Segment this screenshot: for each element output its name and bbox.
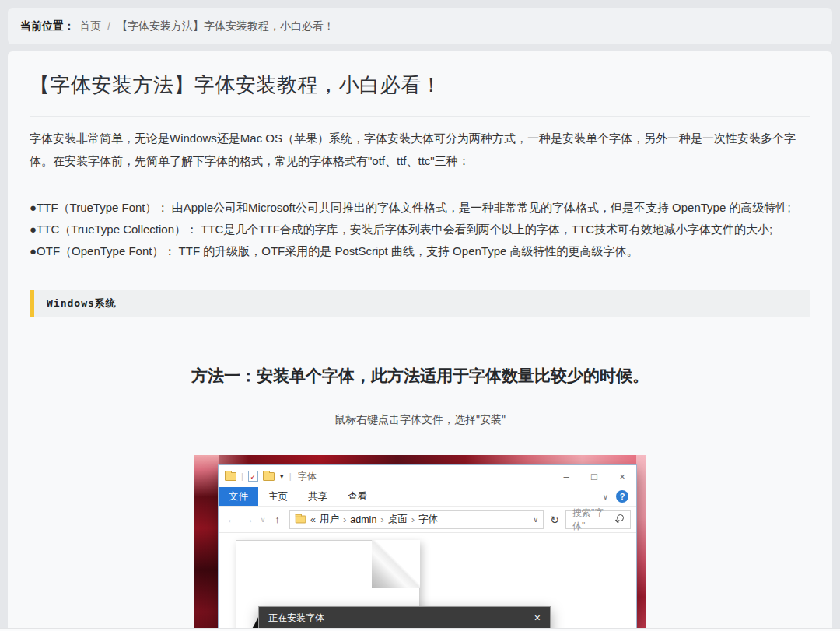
path-prefix: « <box>310 514 316 525</box>
path-segment-users: 用户 <box>320 513 339 526</box>
address-box: « 用户 › admin › 桌面 › 字体 ∨ <box>289 510 544 529</box>
section-header-windows: Windows系统 <box>30 290 810 317</box>
toolbar-separator: | <box>289 471 292 481</box>
folder-icon <box>296 516 306 524</box>
dialog-title: 正在安装字体 <box>268 612 324 625</box>
explorer-menubar: 文件 主页 共享 查看 ∨ ? <box>219 487 636 507</box>
page-title: 【字体安装方法】字体安装教程，小白必看！ <box>30 72 810 99</box>
explorer-titlebar: | ✓ ▼ | 字体 – □ × <box>219 465 636 487</box>
method-subtitle: 鼠标右键点击字体文件，选择"安装" <box>30 413 810 427</box>
minimize-icon: – <box>552 465 580 487</box>
window-title: 字体 <box>298 470 317 483</box>
page-fold-corner <box>372 540 420 588</box>
toolbar-separator: | <box>241 471 243 481</box>
close-icon: × <box>608 465 636 487</box>
section-accent-bar <box>30 290 34 317</box>
forward-icon: → <box>241 514 256 525</box>
search-icon <box>614 514 624 524</box>
tab-view: 查看 <box>338 487 377 506</box>
path-separator-icon: › <box>380 514 383 525</box>
breadcrumb-label: 当前位置： <box>20 19 75 33</box>
bullet-ttf: ●TTF（TrueType Font）： 由Apple公司和Microsoft公… <box>30 197 810 219</box>
address-dropdown-icon: ∨ <box>533 516 538 524</box>
viewport-bottom-strip <box>0 628 840 631</box>
path-segment-admin: admin <box>350 514 376 525</box>
maximize-icon: □ <box>580 465 608 487</box>
menubar-right: ∨ ? <box>603 487 636 506</box>
method-title: 方法一：安装单个字体，此方法适用于字体数量比较少的时候。 <box>30 365 810 387</box>
wallpaper-right-strip <box>636 455 646 631</box>
help-icon: ? <box>616 490 628 503</box>
refresh-icon: ↻ <box>546 514 563 526</box>
up-icon: ↑ <box>270 514 285 525</box>
back-icon: ← <box>224 514 239 525</box>
format-bullet-list: ●TTF（TrueType Font）： 由Apple公司和Microsoft公… <box>30 197 810 262</box>
history-chevron-icon: ∨ <box>258 516 268 524</box>
tab-share: 共享 <box>298 487 338 506</box>
title-divider <box>30 116 810 117</box>
section-header-label: Windows系统 <box>47 296 117 310</box>
path-separator-icon: › <box>411 514 415 525</box>
folder-icon <box>225 472 236 481</box>
bullet-ttc: ●TTC（TrueType Collection）： TTC是几个TTF合成的字… <box>30 219 810 240</box>
article-card: 【字体安装方法】字体安装教程，小白必看！ 字体安装非常简单，无论是Windows… <box>8 51 832 631</box>
breadcrumb-separator: / <box>107 20 110 33</box>
path-segment-desktop: 桌面 <box>388 513 408 526</box>
search-placeholder: 搜索"字体" <box>572 507 614 533</box>
quick-access-caret-icon: ▼ <box>279 474 285 479</box>
path-segment-fonts: 字体 <box>418 513 438 526</box>
tab-file: 文件 <box>219 487 258 506</box>
dialog-close-icon: × <box>534 612 541 624</box>
path-separator-icon: › <box>343 514 346 525</box>
breadcrumb-current: 【字体安装方法】字体安装教程，小白必看！ <box>117 19 334 33</box>
bullet-otf: ●OTF（OpenType Font）： TTF 的升级版，OTF采用的是 Po… <box>30 240 810 262</box>
breadcrumb-home-link[interactable]: 首页 <box>79 19 101 33</box>
folder-icon <box>263 472 275 481</box>
breadcrumb: 当前位置： 首页 / 【字体安装方法】字体安装教程，小白必看！ <box>8 8 832 44</box>
tab-home: 主页 <box>258 487 298 506</box>
wallpaper-left-strip <box>194 455 219 631</box>
intro-paragraph: 字体安装非常简单，无论是Windows还是Mac OS（苹果）系统，字体安装大体… <box>30 127 810 172</box>
window-controls: – □ × <box>552 465 636 487</box>
tutorial-screenshot-image: | ✓ ▼ | 字体 – □ × 文件 主页 共享 查看 ∨ <box>194 455 646 631</box>
checkmark-doc-icon: ✓ <box>248 471 258 482</box>
explorer-addressbar: ← → ∨ ↑ « 用户 › admin › 桌面 › 字体 ∨ ↻ <box>219 507 636 532</box>
search-input: 搜索"字体" <box>565 510 631 529</box>
ribbon-collapse-icon: ∨ <box>603 493 608 501</box>
dialog-titlebar: 正在安装字体 × <box>259 607 550 629</box>
